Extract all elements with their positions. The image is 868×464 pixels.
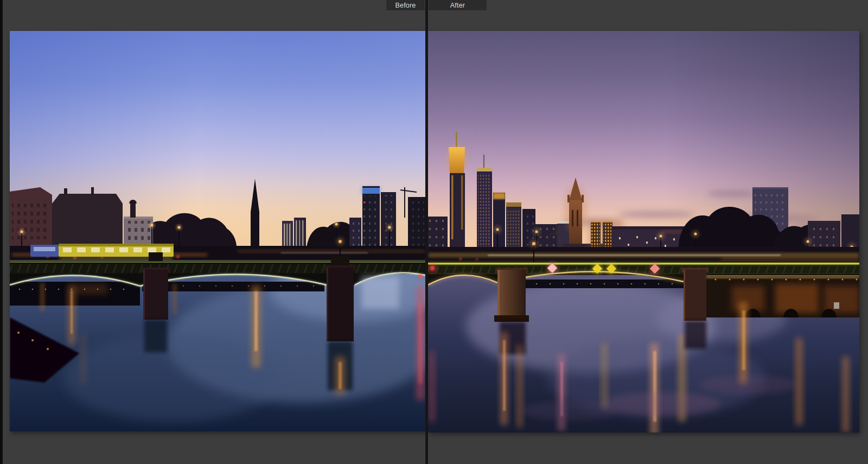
before-photo <box>10 31 425 431</box>
after-street-trails <box>428 247 859 263</box>
split-divider[interactable] <box>425 0 428 464</box>
before-street-tram <box>10 244 425 261</box>
after-label-text: After <box>450 2 465 9</box>
after-photo <box>428 31 859 433</box>
after-label: After <box>429 0 487 10</box>
after-embankment <box>706 276 859 317</box>
before-image-pane[interactable] <box>10 31 425 431</box>
before-label: Before <box>386 0 425 10</box>
after-image-pane[interactable] <box>428 31 859 433</box>
before-label-text: Before <box>395 2 416 9</box>
lightroom-workspace: { "view": { "before_label": "Before", "a… <box>0 0 868 464</box>
panel-edge-strip <box>0 0 3 464</box>
